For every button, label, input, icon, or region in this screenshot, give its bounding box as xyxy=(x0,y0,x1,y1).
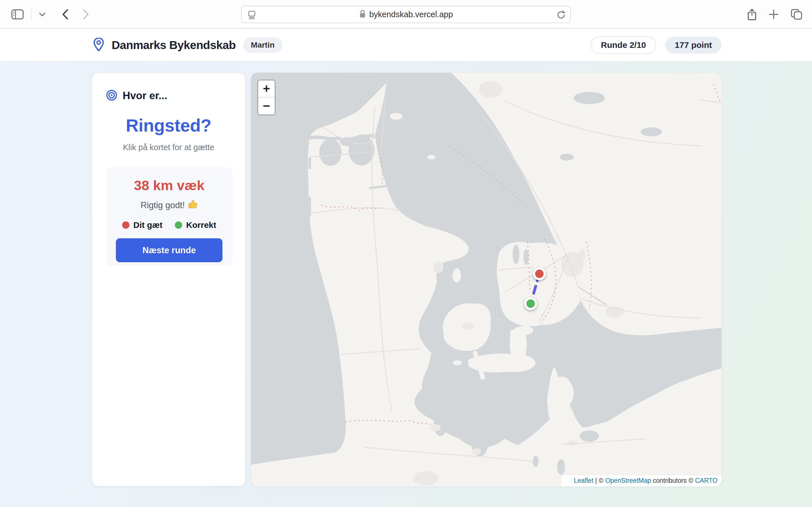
carto-link[interactable]: CARTO xyxy=(695,477,718,485)
round-badge: Runde 2/10 xyxy=(591,36,656,54)
toolbar-divider xyxy=(31,9,32,20)
legend-guess: Dit gæt xyxy=(122,220,162,230)
distance-result: 38 km væk xyxy=(106,177,233,193)
correct-dot-icon xyxy=(175,221,182,229)
sidebar-toggle-icon[interactable] xyxy=(11,9,24,19)
map-pin-icon xyxy=(93,38,104,52)
address-bar[interactable]: bykendskab.vercel.app xyxy=(241,6,571,23)
url-text: bykendskab.vercel.app xyxy=(369,10,453,19)
new-tab-icon[interactable] xyxy=(769,9,779,19)
browser-toolbar: bykendskab.vercel.app xyxy=(0,0,812,29)
result-card: 38 km væk Rigtig godt! Dit gæt Korrekt xyxy=(106,167,233,266)
prompt-label: Hvor er... xyxy=(123,90,167,102)
target-icon xyxy=(106,89,117,102)
browser-window: bykendskab.vercel.app Danmarks Bykendska… xyxy=(0,0,812,507)
map-canvas[interactable]: + − Leaflet | © OpenStreetMap contributo… xyxy=(251,73,721,487)
chevron-down-icon[interactable] xyxy=(39,12,46,17)
leaflet-link[interactable]: Leaflet xyxy=(574,477,594,485)
next-round-button[interactable]: Næste runde xyxy=(116,238,222,262)
question-panel: Hvor er... Ringsted? Klik på kortet for … xyxy=(92,72,246,487)
denmark-basemap xyxy=(251,73,721,487)
city-question: Ringsted? xyxy=(92,115,245,135)
lock-icon xyxy=(359,10,366,19)
share-icon[interactable] xyxy=(747,8,757,20)
hint-text: Klik på kortet for at gætte xyxy=(92,143,245,152)
player-badge: Martin xyxy=(243,37,283,53)
osm-link[interactable]: OpenStreetMap xyxy=(605,477,651,485)
zoom-out-button[interactable]: − xyxy=(258,98,274,114)
page-title: Danmarks Bykendskab xyxy=(112,39,236,52)
thumbs-up-emoji xyxy=(188,200,198,211)
reload-icon[interactable] xyxy=(557,10,565,20)
ukraine-flag-icon xyxy=(565,478,572,483)
map-attribution: Leaflet | © OpenStreetMap contributors ©… xyxy=(562,475,722,487)
map-zoom-control: + − xyxy=(257,79,276,115)
page-content: Hvor er... Ringsted? Klik på kortet for … xyxy=(0,62,812,507)
legend-correct: Korrekt xyxy=(175,220,216,230)
guess-marker xyxy=(534,269,545,279)
tab-overview-icon[interactable] xyxy=(791,9,802,20)
legend: Dit gæt Korrekt xyxy=(106,220,233,230)
feedback-text: Rigtig godt! xyxy=(106,200,233,211)
forward-button[interactable] xyxy=(82,9,90,20)
guess-dot-icon xyxy=(122,221,130,229)
back-button[interactable] xyxy=(61,9,69,20)
page-settings-icon[interactable] xyxy=(247,10,256,20)
correct-marker xyxy=(525,298,536,309)
zoom-in-button[interactable]: + xyxy=(258,80,274,98)
points-badge: 177 point xyxy=(665,37,721,54)
app-header: Danmarks Bykendskab Martin Runde 2/10 17… xyxy=(0,29,812,62)
